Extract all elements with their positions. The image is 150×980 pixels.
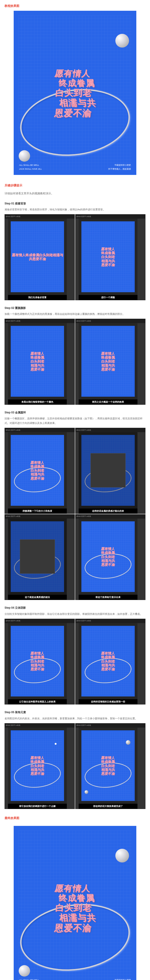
ps-toolbar (76, 519, 79, 600)
step-screenshots: @isdc 优设® Lu站他 愿有情人终成眷属白头到老相濡与共恩爱不渝 样微调整… (0, 428, 150, 603)
mini-poster: 愿有情人终成眷属白头到老相濡与共恩爱不渝 (81, 626, 135, 697)
ps-titlebar: @isdc 优设® Lu站他 (5, 319, 74, 323)
ps-caption: 这个就是金属质感的做法 (8, 595, 67, 600)
photoshop-window: @isdc 优设® Lu站他 愿有情人终成眷属白头到老相濡与共恩爱不渝 让它做出… (5, 619, 75, 705)
ps-titlebar: @isdc 优设® Lu站他 (76, 724, 145, 727)
result-section-title: 教程效果图 (0, 0, 150, 11)
ps-canvas: 愿有情人终成眷属白头到老相濡与共恩爱不渝 (8, 323, 67, 399)
sphere-decoration (115, 849, 129, 862)
photoshop-window: @isdc 优设® Lu站他 愿有情人终成眷属白头到老相濡与共恩爱不渝 这样的话… (75, 428, 145, 514)
step-screenshots: @isdc 优设® Lu站他 愿有情人终成眷属白头到老相濡与共恩爱不渝 我们先准… (0, 214, 150, 304)
photoshop-window: @isdc 优设® Lu站他 愿有情人终成眷属白头到老相濡与共恩爱不渝 画完之后… (75, 319, 145, 405)
photoshop-window: @isdc 优设® Lu站他 愿有情人终成眷属白头到老相濡与共恩爱不渝 进行一个… (75, 214, 145, 300)
ps-panels (67, 323, 74, 404)
sphere-decoration (19, 965, 30, 977)
photoshop-window: @isdc 优设® Lu站他 愿有情人终成眷属白头到老相濡与共恩爱不渝 单晃出我… (5, 319, 75, 405)
mini-poster: 愿有情人终成眷属白头到老相濡与共恩爱不渝 (11, 626, 64, 697)
mini-text: 愿有情人终成眷属白头到老相濡与共恩爱不渝 (101, 247, 115, 267)
step-title: Step 05 装饰元素 (0, 708, 150, 716)
step-title: Step 03 金属圆环 (0, 408, 150, 417)
sphere-decoration (19, 150, 30, 162)
ps-canvas: 愿有情人终成眷属白头到老相濡与共恩爱不渝 (79, 623, 137, 700)
mini-text: 愿有情人终成眷属白头到老相濡与共恩爱不渝 (101, 547, 115, 566)
poster-line: 愿有情人 (54, 69, 91, 78)
ps-titlebar: @isdc 优设® Lu站他 (5, 428, 74, 432)
ps-toolbar (76, 727, 79, 809)
mini-text: 愿有情人终成眷属白头到老相濡与共恩爱不渝 (101, 756, 115, 775)
photoshop-window: @isdc 优设® Lu站他 愿有情人终成眷属白头到老相濡与共恩爱不渝 这个就是… (5, 514, 75, 600)
ps-caption: 将这个效果给它显示出来 (79, 595, 137, 600)
poster-line: 终成眷属 (58, 78, 96, 88)
ps-panels (137, 519, 145, 600)
mini-ball (126, 740, 130, 745)
ps-titlebar: @isdc 优设® Lu站他 (76, 514, 145, 519)
ps-toolbar (5, 623, 8, 705)
footer-text: ALL SHALL BE WELL (19, 163, 42, 167)
final-poster: 愿有情人 终成眷属 白头到老 相濡与共 恩爱不渝 ALL SHALL BE WE… (14, 826, 136, 980)
step-text: 加载一个颜色调整样式为正外插光的黑漆服，再筛去起始和结和边缘上覆颜的换熟，擦留起… (0, 312, 150, 319)
ps-caption: 将它放在我们的画面中进行一个点缀 (8, 804, 67, 809)
footer-text: ALL SHALL BE WELL (19, 978, 42, 980)
ps-canvas: 愿有情人终成眷属白头到老相濡与共恩爱不渝 (8, 623, 67, 700)
poster-line: 白头到老 (55, 88, 92, 98)
photoshop-window: @isdc 优设® Lu站他 愿有情人终成眷属白头到老相濡与共恩爱不渝 将这个效… (75, 514, 145, 600)
mini-poster: 愿有情人终成眷属白头到老相濡与共恩爱不渝 (81, 521, 135, 592)
ps-canvas: 愿有情人终成眷属白头到老相濡与共恩爱不渝 (79, 323, 137, 399)
dialog-box (90, 453, 126, 487)
step-text: 准备好背景和安字稿，将底色部分抠开，转化为智能对象，使用以Ae的插件进行造置变形… (0, 207, 150, 214)
ps-caption: 那这样的话大致效果就完成了 (79, 804, 137, 809)
photoshop-window: @isdc 优设® Lu站他 愿有情人终成眷属白头到老相濡与共恩爱不渝 将它放在… (5, 723, 75, 809)
ps-caption: 单晃出我们海报变暗的一个颜色 (8, 399, 67, 404)
mini-poster: 愿有情人终成眷属白头到老相濡与共恩爱不渝 (81, 326, 135, 397)
mini-text: 愿有情人终成眷属白头到老相濡与共恩爱不渝 (101, 651, 115, 671)
mini-text: 愿有情人终成眷属白头到老相濡与共恩爱不渝 (30, 352, 44, 371)
ps-canvas: 愿有情人终成眷属白头到老相濡与共恩爱不渝 (79, 432, 137, 509)
ps-panels (137, 727, 145, 809)
poster-footer: ALL SHALL BE WELL JACK SHALL HAVE JILL 半… (19, 163, 131, 170)
ps-toolbar (5, 219, 8, 300)
ps-canvas: 愿有情人终成眷属白头到老相濡与共恩爱不渝 (8, 219, 67, 295)
ps-titlebar: @isdc 优设® Lu站他 (5, 514, 74, 519)
final-poster-container: 愿有情人 终成眷属 白头到老 相濡与共 恩爱不渝 ALL SHALL BE WE… (0, 823, 150, 980)
ps-titlebar: @isdc 优设® Lu站他 (5, 724, 74, 727)
ps-titlebar: @isdc 优设® Lu站他 (76, 428, 145, 432)
footer-text: 抖干事性模人，国是甚源 (108, 167, 131, 171)
step-screenshots: @isdc 优设® Lu站他 愿有情人终成眷属白头到老相濡与共恩爱不渝 将它放在… (0, 723, 150, 812)
ps-panels (67, 519, 74, 600)
mini-poster: 愿有情人终成眷属白头到老相濡与共恩爱不渝 (11, 435, 64, 506)
poster-line: 相濡与共 (59, 98, 97, 108)
mini-poster: 愿有情人终成眷属白头到老相濡与共恩爱不渝 (11, 221, 64, 292)
ps-toolbar (76, 432, 79, 514)
final-section-title: 最终效果图 (0, 812, 150, 823)
photoshop-window: @isdc 优设® Lu站他 愿有情人终成眷属白头到老相濡与共恩爱不渝 这样的话… (75, 619, 145, 705)
ps-canvas: 愿有情人终成眷属白头到老相濡与共恩爱不渝 (8, 432, 67, 509)
intro-text: 详细如何请看文章开头的视频教程演示。 (0, 190, 150, 199)
mini-text: 愿有情人终成眷属白头到老相濡与共恩爱不渝 (30, 460, 44, 480)
mini-poster: 愿有情人终成眷属白头到老相濡与共恩爱不渝 (81, 730, 135, 801)
footer-text: JACK SHALL HAVE JILL (19, 167, 42, 171)
footer-text: 半碗贺村村小把把 (108, 978, 131, 980)
ps-panels (137, 219, 145, 300)
ps-panels (137, 623, 145, 705)
mini-poster: 愿有情人终成眷属白头到老相濡与共恩爱不渝 (11, 730, 64, 801)
step-text: 老用图层样式的内发光，外发光，光斜面和浮雕，新变量加效果，到处一个立体小圆球做装… (0, 716, 150, 723)
ps-caption: 这样的话金属的质感才能出的来 (79, 509, 137, 514)
step-title: Step 04 立体阴影 (0, 603, 150, 612)
dialog-overlay (79, 432, 137, 509)
mini-poster: 愿有情人终成眷属白头到老相濡与共恩爱不渝 (11, 326, 64, 397)
ps-toolbar (76, 623, 79, 705)
ps-canvas: 愿有情人终成眷属白头到老相濡与共恩爱不渝 (8, 727, 67, 804)
ps-canvas: 愿有情人终成眷属白头到老相濡与共恩爱不渝 (8, 519, 67, 595)
poster-line: 恩爱不渝 (54, 923, 92, 933)
photoshop-window: @isdc 优设® Lu站他 愿有情人终成眷属白头到老相濡与共恩爱不渝 我们先准… (5, 214, 75, 300)
poster-text: 愿有情人 终成眷属 白头到老 相濡与共 恩爱不渝 (26, 854, 124, 968)
mini-text: 愿有情人终成眷属白头到老相濡与共恩爱不渝 (30, 651, 44, 671)
ps-titlebar: @isdc 优设® Lu站他 (5, 619, 74, 623)
ps-titlebar: @isdc 优设® Lu站他 (76, 319, 145, 323)
hero-poster-container: 愿有情人 终成眷属 白头到老 相濡与共 恩爱不渝 ALL SHALL BE WE… (0, 11, 150, 179)
step-text: 分别给文和智能对象和圆环制作阴影，筛去它们各自部分变层的阴影。将被阴挡遮住的圆环… (0, 612, 150, 619)
photoshop-window: @isdc 优设® Lu站他 愿有情人终成眷属白头到老相濡与共恩爱不渝 样微调整… (5, 428, 75, 514)
ps-caption: 这样的话海报的立体感会更强一些 (79, 699, 137, 704)
poster-text: 愿有情人 终成眷属 白头到老 相濡与共 恩爱不渝 (26, 39, 124, 153)
ps-titlebar: @isdc 优设® Lu站他 (5, 215, 74, 219)
